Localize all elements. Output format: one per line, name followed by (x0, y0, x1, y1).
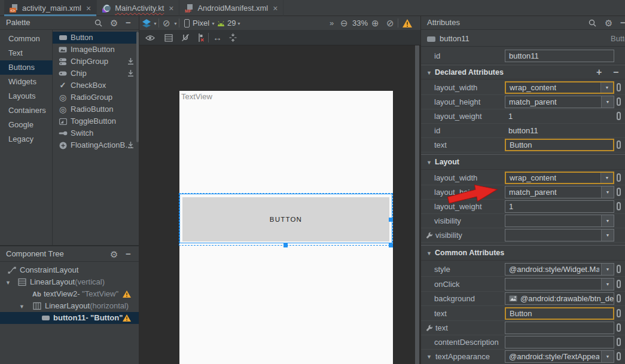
chevron-down-icon[interactable]: ▼ (601, 215, 614, 227)
minimize-icon[interactable]: − (126, 19, 131, 27)
pick-resource-icon[interactable] (617, 280, 621, 288)
pick-resource-icon[interactable] (617, 188, 621, 196)
tools-visibility-dropdown[interactable]: ▼ (505, 229, 614, 241)
tree-node-textview2[interactable]: Ab textView2- "TextView" (0, 288, 139, 300)
caret-down-icon[interactable]: ▼ (211, 22, 215, 26)
contentdescription-input[interactable] (505, 336, 614, 348)
minimize-icon[interactable]: − (126, 250, 131, 258)
tab-androidmanifest-xml[interactable]: MF AndroidManifest.xml × (179, 0, 283, 16)
orientation-blueprint-icon[interactable] (164, 34, 173, 42)
tab-mainactivity-kt[interactable]: MainActivity.kt × (97, 0, 179, 16)
download-icon[interactable] (127, 142, 134, 149)
caret-down-icon[interactable]: ▼ (237, 22, 241, 26)
palette-item-button[interactable]: Button (53, 32, 139, 44)
chevron-down-icon[interactable]: ▼ (600, 173, 613, 183)
remove-attribute-button[interactable]: − (613, 67, 618, 78)
view-options-eye-icon[interactable] (145, 35, 155, 41)
search-icon[interactable] (94, 19, 102, 27)
pick-resource-icon[interactable] (617, 265, 621, 273)
close-icon[interactable]: × (169, 4, 173, 13)
default-margins-icon[interactable] (229, 33, 237, 42)
pick-resource-icon[interactable] (617, 309, 621, 317)
chevron-expanded-icon[interactable]: ▼ (19, 301, 25, 313)
palette-item-radiobutton[interactable]: ◎ RadioButton (53, 103, 139, 115)
api-level-selector[interactable]: 29 (227, 19, 236, 27)
orientation-icon[interactable]: ⊘ (163, 19, 170, 27)
pick-resource-icon[interactable] (617, 352, 621, 360)
layout-height-dropdown[interactable]: match_parent ▼ (505, 96, 614, 108)
clear-constraints-icon[interactable] (197, 33, 205, 42)
warning-icon[interactable] (123, 290, 131, 298)
palette-item-chipgroup[interactable]: ChipGroup (53, 56, 139, 68)
close-icon[interactable]: × (86, 4, 91, 13)
design-scrollbar[interactable] (415, 45, 419, 364)
tree-node-constraintlayout[interactable]: ConstraintLayout (0, 264, 139, 276)
tree-node-linearlayout-horizontal[interactable]: ▼ LinearLayout(horizontal) (0, 300, 139, 312)
pick-resource-icon[interactable] (617, 83, 621, 91)
onclick-dropdown[interactable]: ▼ (505, 278, 614, 290)
add-attribute-button[interactable]: + (596, 67, 602, 78)
resize-handle-right[interactable] (389, 218, 393, 222)
palette-item-radiogroup[interactable]: ◎ RadioGroup (53, 91, 139, 103)
palette-item-checkbox[interactable]: ✓ CheckBox (53, 79, 139, 91)
resize-handle-bottom[interactable] (283, 243, 288, 247)
minimize-icon[interactable]: − (620, 19, 625, 27)
warnings-icon[interactable] (403, 19, 412, 27)
chevron-down-icon[interactable]: ▼ (601, 96, 614, 108)
pick-resource-icon[interactable] (617, 140, 621, 149)
text-input[interactable]: Button (505, 139, 614, 151)
visibility-dropdown[interactable]: ▼ (505, 215, 614, 227)
text-input[interactable]: Button (505, 307, 614, 320)
pick-resource-icon[interactable] (617, 202, 621, 210)
layout-weight-value[interactable]: 1 (508, 112, 513, 121)
tools-text-input[interactable] (505, 322, 614, 334)
tab-activity-main-xml[interactable]: <> activity_main.xml × (4, 0, 97, 16)
canvas-textview[interactable]: TextView (181, 92, 212, 101)
pick-resource-icon[interactable] (617, 173, 621, 182)
caret-down-icon[interactable]: ▼ (173, 22, 178, 26)
canvas-button[interactable]: BUTTON (182, 197, 389, 241)
resize-handle-corner[interactable] (389, 243, 393, 247)
toolbar-overflow[interactable]: » (330, 19, 334, 27)
layout-weight-input[interactable]: 1 (505, 200, 614, 213)
chevron-down-icon[interactable]: ▼ (601, 279, 614, 290)
section-collapse-icon[interactable]: ▼ (426, 160, 432, 166)
tree-node-linearlayout-vertical[interactable]: ▼ LinearLayout(vertical) (0, 276, 139, 288)
gear-icon[interactable]: ⚙ (605, 19, 612, 27)
download-icon[interactable] (127, 58, 134, 65)
caret-down-icon[interactable]: ▼ (153, 22, 157, 26)
zoom-in-icon[interactable]: ⊕ (371, 19, 379, 27)
chevron-down-icon[interactable]: ▼ (600, 82, 613, 93)
layout-width-dropdown[interactable]: wrap_content ▼ (505, 172, 614, 184)
download-icon[interactable] (127, 70, 134, 77)
palette-item-togglebutton[interactable]: ToggleButton (53, 115, 139, 127)
chevron-down-icon[interactable]: ▼ (601, 186, 614, 198)
palette-item-floatingactionbutton[interactable]: FloatingActionB… (53, 139, 139, 151)
palette-item-chip[interactable]: Chip (53, 68, 139, 79)
palette-item-imagebutton[interactable]: ImageButton (53, 44, 139, 56)
section-declared-attributes[interactable]: ▼ Declared Attributes + − (421, 65, 625, 79)
close-icon[interactable]: × (273, 4, 278, 13)
section-common-attributes[interactable]: ▼ Common Attributes (421, 245, 625, 261)
chevron-down-icon[interactable]: ▼ (601, 230, 614, 241)
section-collapse-icon[interactable]: ▼ (426, 250, 432, 256)
tree-node-button11[interactable]: button11- "Button" (0, 312, 139, 324)
background-input[interactable]: @android:drawable/btn_defau (505, 292, 614, 305)
pick-resource-icon[interactable] (617, 112, 621, 120)
pick-resource-icon[interactable] (617, 97, 621, 106)
style-dropdown[interactable]: @android:style/Widget.Mat ▼ (505, 263, 614, 276)
infer-constraints-icon[interactable]: ↔ (213, 32, 222, 42)
palette-scrollbar[interactable] (136, 32, 139, 142)
zoom-to-fit-icon[interactable]: ⊘ (386, 19, 394, 27)
chevron-down-icon[interactable]: ▼ (601, 351, 614, 362)
palette-item-switch[interactable]: Switch (53, 127, 139, 139)
chevron-down-icon[interactable]: ▼ (601, 264, 614, 275)
zoom-out-icon[interactable]: ⊖ (340, 19, 348, 27)
id-value[interactable]: button11 (508, 126, 538, 135)
chevron-expanded-icon[interactable]: ▼ (5, 277, 11, 289)
expand-arrow-icon[interactable]: ▼ (426, 354, 432, 360)
textappearance-dropdown[interactable]: @android:style/TextAppear ▼ (505, 350, 614, 363)
autoconnect-off-magnet-icon[interactable] (181, 33, 190, 42)
device-selector[interactable]: Pixel (193, 19, 209, 27)
section-layout[interactable]: ▼ Layout (421, 154, 625, 170)
